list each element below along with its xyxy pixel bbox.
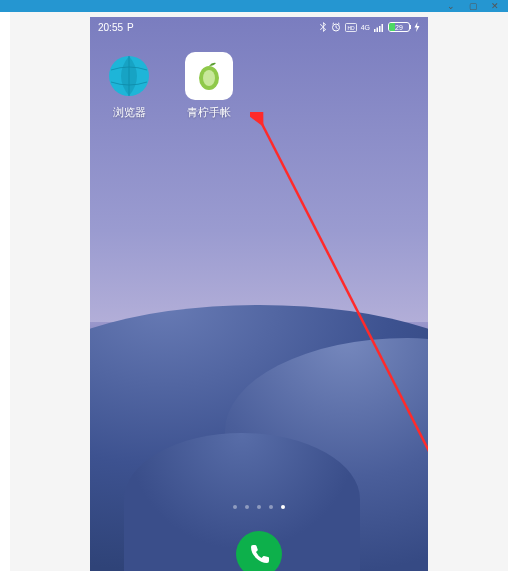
close-button[interactable]: ✕ [490, 1, 500, 11]
page-dot-active[interactable] [281, 505, 285, 509]
dock [90, 516, 428, 571]
page-dot[interactable] [233, 505, 237, 509]
page-dot[interactable] [269, 505, 273, 509]
svg-rect-5 [379, 26, 381, 32]
alarm-icon [331, 22, 341, 32]
svg-text:HD: HD [347, 24, 355, 30]
app-label: 浏览器 [113, 105, 146, 120]
svg-rect-4 [377, 27, 379, 32]
phone-screenshot: 20:55 P HD 4G 29 [90, 17, 428, 571]
minimize-button[interactable]: ⌄ [446, 1, 456, 11]
maximize-button[interactable]: ▢ [468, 1, 478, 11]
window-titlebar: ⌄ ▢ ✕ [0, 0, 508, 12]
charge-icon [414, 22, 420, 32]
signal-icon [374, 23, 384, 32]
status-bar: 20:55 P HD 4G 29 [90, 17, 428, 37]
lime-diary-icon [185, 52, 233, 100]
svg-rect-6 [382, 24, 384, 32]
browser-icon [105, 52, 153, 100]
home-app-grid: 浏览器 青柠手帐 [100, 52, 238, 120]
left-sidebar-strip [0, 12, 10, 571]
status-time: 20:55 [98, 22, 123, 33]
app-lime-diary[interactable]: 青柠手帐 [180, 52, 238, 120]
network-type-icon: 4G [361, 24, 370, 31]
battery-indicator: 29 [388, 22, 410, 32]
page-dot[interactable] [257, 505, 261, 509]
phone-app-button[interactable] [236, 531, 282, 572]
svg-rect-3 [374, 29, 376, 32]
page-indicator [90, 505, 428, 509]
battery-percentage: 29 [395, 24, 403, 31]
app-label: 青柠手帐 [187, 105, 231, 120]
status-carrier: P [127, 22, 134, 33]
phone-icon [248, 543, 270, 565]
svg-point-9 [203, 70, 215, 86]
hd-icon: HD [345, 23, 357, 32]
bluetooth-icon [319, 22, 327, 32]
app-browser[interactable]: 浏览器 [100, 52, 158, 120]
page-dot[interactable] [245, 505, 249, 509]
